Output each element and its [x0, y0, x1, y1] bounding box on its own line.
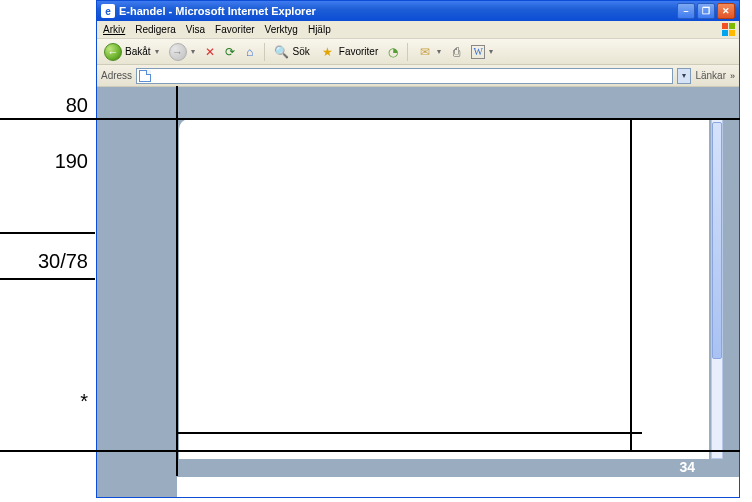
menu-verktyg[interactable]: Verktyg — [265, 24, 298, 35]
guide-line-col-720 — [630, 118, 632, 450]
layout-blank-row — [177, 477, 739, 497]
menu-redigera[interactable]: Redigera — [135, 24, 176, 35]
dim-row-80: 80 — [0, 94, 88, 117]
search-icon: 🔍 — [274, 44, 290, 60]
guide-line-row-80 — [0, 118, 740, 120]
address-bar: Adress ▾ Länkar » — [97, 65, 739, 87]
forward-arrow-icon: → — [169, 43, 187, 61]
page-doc-icon — [139, 70, 151, 82]
layout-content-area — [177, 119, 739, 459]
mail-icon: ✉ — [417, 44, 433, 60]
menu-visa[interactable]: Visa — [186, 24, 205, 35]
edit-dropdown-icon[interactable]: ▾ — [489, 47, 493, 56]
ie-app-icon: e — [101, 4, 115, 18]
forward-button[interactable]: → ▾ — [166, 42, 198, 62]
dim-row-star: * — [0, 390, 88, 413]
layout-left-sidebar — [97, 119, 177, 497]
menu-arkiv[interactable]: Arkiv — [103, 24, 125, 35]
edit-button[interactable]: W ▾ — [468, 42, 496, 62]
mail-button[interactable]: ✉ ▾ — [414, 42, 444, 62]
back-dropdown-icon[interactable]: ▾ — [155, 47, 159, 56]
layout-top-banner — [97, 87, 739, 119]
guide-line-row-3078 — [0, 278, 95, 280]
browser-window: e E-handel - Microsoft Internet Explorer… — [96, 0, 740, 498]
favorites-button[interactable]: ★ Favoriter — [317, 42, 381, 62]
layout-footer-bar: 34 — [177, 459, 739, 477]
page-layout-wireframe: 34 — [97, 87, 739, 497]
refresh-icon[interactable]: ⟳ — [222, 44, 238, 60]
toolbar-separator-1 — [264, 43, 265, 61]
dim-row-190: 190 — [0, 150, 88, 173]
stop-icon[interactable]: ✕ — [202, 44, 218, 60]
search-button[interactable]: 🔍 Sök — [271, 42, 313, 62]
menu-favoriter[interactable]: Favoriter — [215, 24, 254, 35]
left-dimension-labels: 80 190 30/78 * — [0, 0, 96, 502]
print-icon[interactable]: ⎙ — [448, 44, 464, 60]
back-arrow-icon: ← — [104, 43, 122, 61]
favorites-label: Favoriter — [339, 46, 378, 57]
dim-footer-34: 34 — [679, 459, 695, 475]
dim-row-3078: 30/78 — [0, 250, 88, 273]
minimize-button[interactable]: – — [677, 3, 695, 19]
guide-line-footer-top — [176, 432, 642, 434]
guide-line-bottom — [0, 450, 740, 452]
maximize-button[interactable]: ❐ — [697, 3, 715, 19]
close-button[interactable]: ✕ — [717, 3, 735, 19]
menu-hjalp[interactable]: Hjälp — [308, 24, 331, 35]
home-icon[interactable]: ⌂ — [242, 44, 258, 60]
favorites-star-icon: ★ — [320, 44, 336, 60]
toolbar: ← Bakåt ▾ → ▾ ✕ ⟳ ⌂ 🔍 Sök ★ Favoriter ◔ … — [97, 39, 739, 65]
back-label: Bakåt — [125, 46, 151, 57]
address-label: Adress — [101, 70, 132, 81]
guide-line-col-155 — [176, 86, 178, 476]
page-viewport: 34 — [97, 87, 739, 497]
address-field[interactable] — [136, 68, 673, 84]
back-button[interactable]: ← Bakåt ▾ — [101, 42, 162, 62]
window-title: E-handel - Microsoft Internet Explorer — [119, 5, 677, 17]
menu-bar: Arkiv Redigera Visa Favoriter Verktyg Hj… — [97, 21, 739, 39]
title-bar[interactable]: e E-handel - Microsoft Internet Explorer… — [97, 1, 739, 21]
address-dropdown-button[interactable]: ▾ — [677, 68, 691, 84]
toolbar-separator-2 — [407, 43, 408, 61]
history-icon[interactable]: ◔ — [385, 44, 401, 60]
links-chevron-icon[interactable]: » — [730, 71, 735, 81]
search-label: Sök — [293, 46, 310, 57]
links-label[interactable]: Länkar — [695, 70, 726, 81]
scrollbar-thumb[interactable] — [712, 122, 722, 359]
guide-line-row-190-top — [0, 232, 95, 234]
forward-dropdown-icon[interactable]: ▾ — [191, 47, 195, 56]
edit-word-icon: W — [471, 45, 485, 59]
mail-dropdown-icon[interactable]: ▾ — [437, 47, 441, 56]
vertical-scrollbar[interactable] — [711, 119, 723, 459]
windows-logo-icon — [721, 22, 737, 38]
